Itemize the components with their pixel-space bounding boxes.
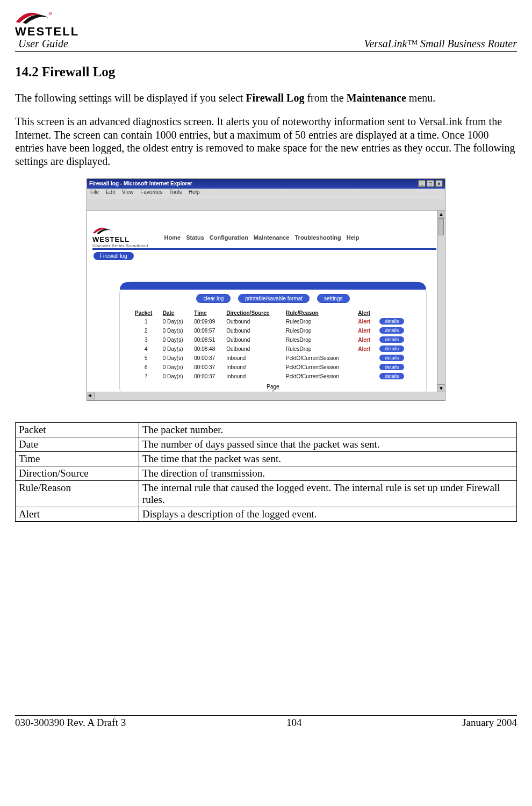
cell-date: 0 Day(s) <box>161 363 191 371</box>
cell-direction: Outbound <box>224 345 283 353</box>
def-key: Time <box>16 451 139 466</box>
def-value: The packet number. <box>139 422 517 437</box>
nav-status[interactable]: Status <box>186 234 204 241</box>
page-label: Page <box>267 384 279 390</box>
table-row: TimeThe time that the packet was sent. <box>16 451 517 466</box>
panel-topbar <box>120 282 426 290</box>
cell-time: 00:00:37 <box>192 363 223 371</box>
table-row: 50 Day(s)00:00:37InboundPcktOfCurrentSes… <box>133 354 413 362</box>
cell-alert: Alert <box>356 327 376 335</box>
text: from the <box>304 92 346 104</box>
details-button[interactable]: details <box>379 355 404 361</box>
clear-log-button[interactable]: clear log <box>196 294 231 303</box>
th-date: Date <box>161 310 191 316</box>
scroll-left-icon[interactable]: ◄ <box>87 392 95 400</box>
menu-help[interactable]: Help <box>189 189 200 195</box>
brand-text: WESTELL <box>15 25 79 39</box>
table-row: Rule/ReasonThe internal rule that caused… <box>16 480 517 507</box>
details-button[interactable]: details <box>379 364 404 370</box>
def-key: Alert <box>16 507 139 521</box>
firewall-log-table: Packet Date Time Direction/Source Rule/R… <box>132 308 414 382</box>
details-button[interactable]: details <box>379 373 404 379</box>
table-row: 70 Day(s)00:00:37InboundPcktOfCurrentSes… <box>133 372 413 380</box>
field-definitions-table: PacketThe packet number.DateThe number o… <box>15 422 517 522</box>
def-key: Date <box>16 437 139 451</box>
nav-home[interactable]: Home <box>164 234 181 241</box>
scroll-up-icon[interactable]: ▲ <box>437 211 445 218</box>
menu-file[interactable]: File <box>90 189 99 195</box>
browser-toolbar[interactable] <box>87 198 445 211</box>
menu-favorites[interactable]: Favorites <box>140 189 162 195</box>
nav-help[interactable]: Help <box>347 234 360 241</box>
cell-packet: 4 <box>133 345 160 353</box>
cell-packet: 7 <box>133 372 160 380</box>
cell-date: 0 Day(s) <box>161 372 191 380</box>
scroll-down-icon[interactable]: ▼ <box>437 384 445 392</box>
intro-paragraph-1: The following settings will be displayed… <box>15 91 517 104</box>
log-panel: clear log printable/savable format setti… <box>119 282 427 400</box>
svg-text:R: R <box>49 12 51 15</box>
close-icon[interactable]: × <box>435 180 443 187</box>
swoosh-icon <box>92 226 117 235</box>
details-button[interactable]: details <box>379 318 404 325</box>
section-heading: 14.2 Firewall Log <box>15 64 517 80</box>
cell-packet: 5 <box>133 354 160 362</box>
cell-time: 00:00:37 <box>192 372 223 380</box>
cell-time: 00:09:09 <box>192 318 223 326</box>
menu-tools[interactable]: Tools <box>169 189 182 195</box>
minimize-icon[interactable]: _ <box>418 180 426 187</box>
cell-alert <box>356 354 376 362</box>
cell-time: 00:08:51 <box>192 336 223 344</box>
browser-window: Firewall log - Microsoft Internet Explor… <box>87 178 445 401</box>
menu-view[interactable]: View <box>122 189 134 195</box>
nav-troubleshooting[interactable]: Troubleshooting <box>295 234 341 241</box>
scroll-thumb[interactable] <box>438 218 444 235</box>
screenshot-logo: WESTELL Discover Better Broadband <box>92 226 148 248</box>
panel-actions: clear log printable/savable format setti… <box>132 294 414 303</box>
text: The following settings will be displayed… <box>15 92 246 104</box>
settings-button[interactable]: settings <box>317 294 349 303</box>
cell-packet: 3 <box>133 336 160 344</box>
details-button[interactable]: details <box>379 327 404 334</box>
vertical-scrollbar[interactable]: ▲ ▼ <box>437 211 445 392</box>
bold-firewall-log: Firewall Log <box>246 92 304 104</box>
table-row: Direction/SourceThe direction of transmi… <box>16 466 517 480</box>
cell-date: 0 Day(s) <box>161 327 191 335</box>
cell-rule: RulesDrop <box>284 327 355 335</box>
nav-configuration[interactable]: Configuration <box>210 234 248 241</box>
browser-menubar[interactable]: File Edit View Favorites Tools Help <box>87 189 445 198</box>
details-button[interactable]: details <box>379 336 404 343</box>
swoosh-icon: R <box>15 11 58 25</box>
cell-rule: PcktOfCurrentSession <box>284 372 355 380</box>
footer-date: January 2004 <box>462 717 517 729</box>
details-button[interactable]: details <box>379 346 404 352</box>
def-key: Direction/Source <box>16 466 139 480</box>
user-guide-label: User Guide <box>18 38 79 50</box>
cell-alert: Alert <box>356 345 376 353</box>
bold-maintenance: Maintenance <box>347 92 406 104</box>
footer-page-number: 104 <box>286 717 302 729</box>
cell-alert: Alert <box>356 336 376 344</box>
printable-format-button[interactable]: printable/savable format <box>238 294 310 303</box>
th-rule: Rule/Reason <box>284 310 355 316</box>
maximize-icon[interactable]: □ <box>427 180 434 187</box>
th-time: Time <box>192 310 223 316</box>
window-titlebar[interactable]: Firewall log - Microsoft Internet Explor… <box>87 179 445 189</box>
menu-edit[interactable]: Edit <box>106 189 115 195</box>
cell-rule: PcktOfCurrentSession <box>284 363 355 371</box>
nav-maintenance[interactable]: Maintenance <box>254 234 290 241</box>
table-row: DateThe number of days passed since that… <box>16 437 517 451</box>
cell-alert: Alert <box>356 318 376 326</box>
cell-direction: Inbound <box>224 354 283 362</box>
breadcrumb-pill[interactable]: Firewall log <box>94 252 134 260</box>
cell-rule: RulesDrop <box>284 318 355 326</box>
def-key: Packet <box>16 422 139 437</box>
def-key: Rule/Reason <box>16 480 139 507</box>
horizontal-scrollbar[interactable]: ◄ <box>87 392 445 400</box>
cell-packet: 2 <box>133 327 160 335</box>
def-value: The direction of transmission. <box>139 466 517 480</box>
text: menu. <box>406 92 435 104</box>
cell-direction: Inbound <box>224 372 283 380</box>
table-row: 20 Day(s)00:08:57OutboundRulesDropAlertd… <box>133 327 413 335</box>
intro-paragraph-2: This screen is an advanced diagnostics s… <box>15 115 517 168</box>
